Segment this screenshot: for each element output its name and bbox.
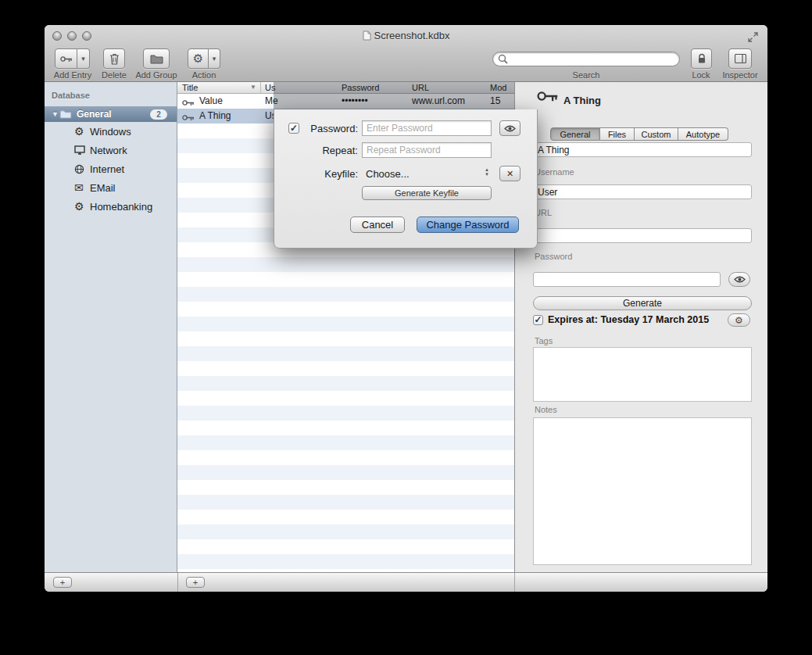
inspector-panel: A Thing General Files Custom Autotype Us… bbox=[514, 82, 767, 572]
sidebar: Database ▼ General 2 ⚙ Windows Network I… bbox=[45, 82, 177, 572]
inspector-entry-title: A Thing bbox=[563, 95, 601, 106]
title-field[interactable] bbox=[533, 142, 752, 157]
tab-custom[interactable]: Custom bbox=[635, 127, 678, 141]
plus-icon: + bbox=[193, 578, 198, 587]
keyfile-popup[interactable]: Choose... bbox=[366, 168, 410, 180]
sidebar-item-email[interactable]: ✉ EMail bbox=[45, 178, 177, 197]
show-password-button[interactable] bbox=[728, 272, 750, 287]
expires-checkbox[interactable]: ✓ bbox=[533, 315, 543, 325]
window-title-text: Screenshot.kdbx bbox=[374, 30, 450, 41]
check-icon: ✓ bbox=[534, 314, 542, 325]
sidebar-item-network[interactable]: Network bbox=[45, 141, 177, 159]
group-label: General bbox=[77, 109, 150, 120]
add-entry-button[interactable] bbox=[55, 48, 77, 69]
sheet-show-password-button[interactable] bbox=[499, 120, 520, 136]
tags-label: Tags bbox=[535, 336, 553, 345]
gear-icon: ⚙ bbox=[74, 200, 84, 213]
tab-files[interactable]: Files bbox=[600, 127, 635, 141]
generate-password-button[interactable]: Generate bbox=[533, 296, 752, 310]
username-label: Username bbox=[535, 167, 574, 177]
fullscreen-icon[interactable] bbox=[748, 31, 758, 45]
sheet-password-label: Password: bbox=[288, 123, 358, 134]
globe-icon bbox=[74, 164, 84, 174]
cancel-button[interactable]: Cancel bbox=[350, 217, 405, 233]
inspector-panel-icon bbox=[735, 54, 746, 63]
monitor-icon bbox=[74, 145, 85, 155]
sort-indicator-icon[interactable]: ▼ bbox=[250, 84, 256, 91]
entry-key-icon bbox=[537, 90, 559, 106]
add-entry-plus-button[interactable]: + bbox=[186, 577, 205, 588]
inspector-label: Inspector bbox=[718, 70, 762, 80]
tab-general[interactable]: General bbox=[550, 127, 600, 141]
key-icon bbox=[182, 114, 195, 121]
envelope-icon: ✉ bbox=[74, 181, 84, 194]
username-field[interactable] bbox=[533, 184, 752, 199]
generate-keyfile-button[interactable]: Generate Keyfile bbox=[362, 186, 492, 200]
sidebar-item-label: Internet bbox=[90, 163, 124, 175]
delete-label: Delete bbox=[95, 70, 134, 80]
pane-divider bbox=[177, 573, 178, 592]
add-group-button[interactable] bbox=[143, 48, 170, 69]
close-icon: ✕ bbox=[506, 169, 513, 179]
inspector-tabs: General Files Custom Autotype bbox=[550, 127, 728, 141]
document-icon bbox=[363, 30, 371, 41]
notes-label: Notes bbox=[535, 405, 557, 414]
inspector-button[interactable] bbox=[728, 48, 752, 69]
action-menu-button[interactable]: ▾ bbox=[209, 48, 220, 69]
sheet-keyfile-label: Keyfile: bbox=[288, 168, 358, 180]
folder-icon bbox=[59, 109, 72, 119]
group-count-badge: 2 bbox=[150, 109, 167, 120]
add-group-plus-button[interactable]: + bbox=[53, 577, 72, 588]
column-divider[interactable] bbox=[260, 82, 261, 93]
window-chrome: Screenshot.kdbx ▾ Add Entry Delete Add G… bbox=[45, 25, 767, 82]
bottom-bar: + + bbox=[45, 572, 767, 592]
sidebar-item-internet[interactable]: Internet bbox=[45, 159, 177, 178]
add-entry-menu-button[interactable]: ▾ bbox=[77, 48, 90, 69]
tab-autotype[interactable]: Autotype bbox=[678, 127, 728, 141]
change-password-sheet: ✓ Password: Repeat: Keyfile: Choose... ▲… bbox=[274, 109, 538, 249]
sheet-repeat-label: Repeat: bbox=[288, 145, 358, 156]
sidebar-item-label: EMail bbox=[90, 182, 116, 194]
url-field[interactable] bbox=[533, 228, 752, 243]
entry-title: Value bbox=[199, 95, 223, 106]
plus-icon: + bbox=[60, 578, 65, 587]
clear-keyfile-button[interactable]: ✕ bbox=[499, 166, 520, 181]
sidebar-item-homebanking[interactable]: ⚙ Homebanking bbox=[45, 197, 177, 216]
notes-field[interactable] bbox=[533, 417, 752, 565]
window-title: Screenshot.kdbx bbox=[45, 30, 767, 41]
sidebar-item-label: Network bbox=[90, 145, 127, 156]
entry-title: A Thing bbox=[199, 110, 231, 121]
expires-text: Expires at: Tuesday 17 March 2015 bbox=[548, 314, 709, 325]
lock-button[interactable] bbox=[691, 48, 712, 69]
sheet-password-input[interactable] bbox=[362, 120, 492, 136]
popup-stepper-icon[interactable]: ▲ ▼ bbox=[482, 167, 492, 177]
lock-icon bbox=[697, 53, 706, 64]
search-input[interactable] bbox=[511, 54, 674, 65]
sheet-repeat-input[interactable] bbox=[362, 142, 492, 158]
key-icon bbox=[182, 99, 195, 106]
sidebar-items: ⚙ Windows Network Internet ✉ EMail ⚙ Hom… bbox=[45, 122, 177, 216]
trash-icon bbox=[109, 53, 120, 65]
sidebar-header: Database bbox=[52, 91, 90, 100]
search-icon bbox=[498, 54, 508, 64]
password-label: Password bbox=[535, 252, 572, 261]
key-icon bbox=[60, 55, 73, 63]
add-entry-label: Add Entry bbox=[49, 70, 96, 80]
delete-button[interactable] bbox=[103, 48, 125, 69]
disclosure-triangle-icon[interactable]: ▼ bbox=[52, 110, 59, 118]
down-arrow-icon: ▼ bbox=[485, 172, 489, 177]
change-password-button[interactable]: Change Password bbox=[417, 217, 519, 233]
sidebar-item-windows[interactable]: ⚙ Windows bbox=[45, 122, 177, 141]
action-label: Action bbox=[184, 70, 224, 80]
sidebar-group-general[interactable]: ▼ General 2 bbox=[45, 106, 177, 122]
password-field[interactable] bbox=[533, 272, 721, 287]
expires-row: ✓ Expires at: Tuesday 17 March 2015 bbox=[533, 314, 709, 325]
expires-settings-button[interactable]: ⚙ bbox=[728, 313, 750, 327]
gear-icon: ⚙ bbox=[193, 52, 203, 66]
chevron-down-icon: ▾ bbox=[81, 55, 85, 63]
add-group-label: Add Group bbox=[133, 70, 180, 80]
action-button[interactable]: ⚙ bbox=[188, 48, 209, 69]
column-header-title[interactable]: Title bbox=[182, 83, 198, 92]
tags-field[interactable] bbox=[533, 347, 752, 402]
folder-icon bbox=[150, 54, 163, 64]
